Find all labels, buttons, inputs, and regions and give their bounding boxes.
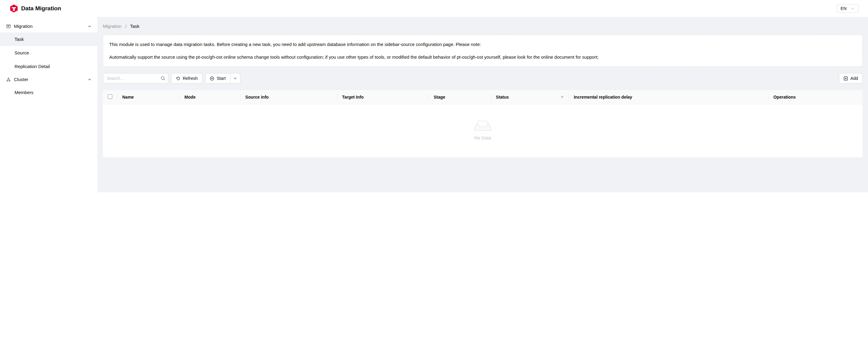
chevron-up-icon [88, 25, 91, 28]
filter-icon[interactable] [560, 95, 564, 99]
brand-logo-icon [10, 4, 18, 13]
column-name: Name [117, 90, 180, 104]
language-selector[interactable]: EN [837, 4, 858, 13]
table-header-row: Name Mode Source info Target Info Stage … [103, 90, 863, 104]
brand: Data Migration [10, 4, 61, 13]
sidebar-item-members[interactable]: Members [0, 85, 97, 99]
sidebar: Migration Task Source Replication Detail… [0, 17, 97, 193]
select-all-cell [103, 90, 117, 104]
sidebar-group-label: Cluster [14, 77, 28, 82]
search-box [103, 73, 168, 83]
table-container: Name Mode Source info Target Info Stage … [103, 90, 863, 157]
sidebar-group-label: Migration [14, 24, 33, 29]
add-button[interactable]: Add [839, 73, 863, 83]
sidebar-group-migration[interactable]: Migration [0, 20, 97, 32]
refresh-label: Refresh [183, 76, 198, 81]
column-status-label: Status [496, 95, 509, 100]
start-label: Start [217, 76, 226, 81]
start-button-group: Start [205, 73, 240, 83]
column-mode: Mode [180, 90, 241, 104]
select-all-checkbox[interactable] [108, 94, 112, 99]
toolbar: Refresh Start [103, 73, 863, 83]
sidebar-item-task[interactable]: Task [0, 32, 97, 46]
add-label: Add [850, 76, 858, 81]
breadcrumb: Migration / Task [103, 24, 863, 29]
sidebar-item-label: Replication Detail [14, 64, 50, 69]
column-stage: Stage [429, 90, 491, 104]
inbox-icon [103, 119, 863, 132]
language-label: EN [841, 6, 846, 11]
svg-point-2 [7, 80, 8, 81]
chevron-down-icon [234, 76, 237, 80]
breadcrumb-current: Task [130, 24, 140, 29]
sidebar-group-cluster[interactable]: Cluster [0, 73, 97, 85]
column-target-info: Target Info [337, 90, 429, 104]
info-paragraph: Automatically support the source using t… [109, 53, 856, 61]
brand-title: Data Migration [21, 5, 61, 12]
refresh-button[interactable]: Refresh [171, 73, 202, 83]
column-replication-delay: Incremental replication delay [569, 90, 769, 104]
empty-state: No Data [103, 104, 863, 157]
main: Migration / Task This module is used to … [97, 17, 868, 193]
info-card: This module is used to manage data migra… [103, 35, 863, 67]
column-operations: Operations [768, 90, 863, 104]
start-dropdown-button[interactable] [230, 73, 240, 83]
svg-point-4 [161, 76, 164, 79]
search-input[interactable] [103, 73, 168, 83]
refresh-icon [176, 76, 180, 81]
layout: Migration Task Source Replication Detail… [0, 17, 868, 193]
cluster-icon [6, 77, 11, 82]
empty-text: No Data [103, 135, 863, 140]
sidebar-item-label: Source [14, 50, 29, 55]
migration-icon [6, 24, 11, 29]
info-paragraph: This module is used to manage data migra… [109, 40, 856, 48]
chevron-down-icon [851, 7, 855, 10]
svg-point-1 [8, 78, 9, 79]
sidebar-item-label: Members [14, 90, 34, 95]
sidebar-item-label: Task [14, 37, 24, 42]
breadcrumb-parent[interactable]: Migration [103, 24, 122, 29]
plus-square-icon [843, 76, 848, 81]
play-icon [210, 76, 214, 81]
column-status: Status [491, 90, 569, 104]
chevron-up-icon [88, 78, 91, 81]
header: Data Migration EN [0, 0, 868, 17]
toolbar-left: Refresh Start [103, 73, 240, 83]
start-button[interactable]: Start [205, 73, 230, 83]
sidebar-item-source[interactable]: Source [0, 46, 97, 60]
column-source-info: Source info [241, 90, 337, 104]
search-icon[interactable] [161, 76, 165, 81]
svg-point-3 [9, 80, 10, 81]
sidebar-item-replication-detail[interactable]: Replication Detail [0, 60, 97, 73]
tasks-table: Name Mode Source info Target Info Stage … [103, 90, 863, 157]
empty-row: No Data [103, 104, 863, 158]
breadcrumb-separator: / [125, 24, 126, 29]
